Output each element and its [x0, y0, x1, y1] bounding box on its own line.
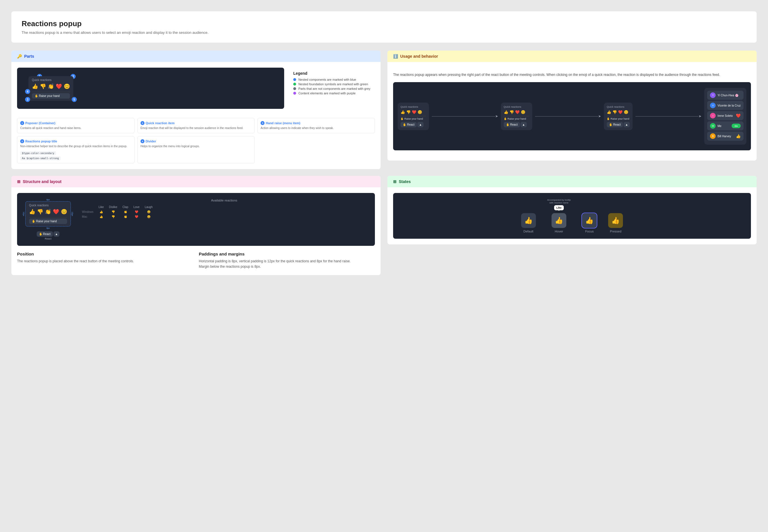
part-4-badge: 4 — [140, 139, 144, 143]
state-label-default: Default — [523, 230, 533, 233]
part-1: 1 Popover (Container) Contains all quick… — [17, 118, 134, 133]
emoji-5: 😊 — [64, 83, 70, 90]
position-title: Position — [17, 252, 193, 256]
info-grid: Position The reactions popup is placed a… — [17, 252, 375, 269]
usage-header: ℹ️ Usage and behavior — [387, 51, 757, 62]
reaction-bill: 👍 — [736, 134, 741, 138]
flow-card-3-emojis: 👍👎❤️😊 — [607, 110, 630, 114]
flow-divider-2 — [504, 116, 529, 116]
flow-arrow-1: ➤ — [432, 114, 498, 118]
structure-react-btn[interactable]: ✋ React — [37, 231, 53, 237]
structure-emoji-row: 👍 👎 👏 ❤️ 😊 — [29, 209, 67, 215]
legend-item-1: Nested components are marked with blue — [293, 78, 370, 81]
row-windows: Windows 👍 👎 👏 ❤️ 😄 — [80, 210, 155, 214]
emoji-mac-dislike: 👎 — [107, 215, 119, 219]
structure-popup-wrapper: 8px 12px Quick reactions 👍 👎 👏 ❤️ — [23, 199, 73, 240]
usage-dark-preview: Quick reactions 👍👎❤️😊 ✋ Raise your hand … — [393, 82, 751, 150]
react-btn-3[interactable]: ✋ React — [607, 122, 623, 127]
legend-text-3: Parts that are not components are marked… — [298, 87, 370, 90]
name-vicente: Vicente de la Cruz — [717, 104, 741, 107]
emoji-1: 👍 — [32, 83, 38, 90]
part-5-badge: 5 — [261, 121, 265, 125]
legend-title: Legend — [293, 71, 370, 76]
dim-left: 12px — [23, 212, 25, 216]
state-btn-default[interactable]: 👍 — [521, 213, 536, 228]
states-icon: ⊞ — [393, 179, 397, 184]
flow-btn-1: ✋ React ▲ — [400, 122, 426, 127]
structure-section: ⊞ Structure and layout 8px 12px Quick re… — [11, 176, 381, 275]
emoji-4: ❤️ — [56, 83, 62, 90]
name-me: Me — [717, 124, 721, 128]
avail-title: Available reactions — [79, 199, 369, 202]
available-reactions: Available reactions Like Dislike Clap Lo… — [79, 199, 369, 219]
name-yi: Yi Chun-Hwa 🌸 — [717, 94, 738, 97]
flow-card-3: Quick reactions 👍👎❤️😊 ✋ Raise your hand … — [604, 103, 633, 130]
tooltip-wrapper: Accompanied by tooltipwith reaction name… — [547, 199, 571, 211]
react-arrow-1[interactable]: ▲ — [417, 122, 424, 127]
emoji-mac-like: 👍 — [96, 215, 106, 219]
part-4-desc: Helps to organize the menu into logical … — [140, 144, 252, 148]
react-btn-2[interactable]: ✋ React — [504, 122, 520, 127]
flow-arrow-3: ➤ — [636, 114, 702, 118]
structure-label: Structure and layout — [23, 179, 61, 184]
legend-dot-gray — [293, 87, 296, 90]
react-icon-1: ✋ — [403, 123, 406, 126]
avatar-bill: B — [710, 133, 716, 139]
states-header: ⊞ States — [387, 176, 757, 187]
flow-raise-3: ✋ Raise your hand — [607, 117, 630, 120]
col-love: Love — [131, 205, 142, 209]
state-btn-pressed[interactable]: 👍 — [608, 213, 623, 228]
position-info: Position The reactions popup is placed a… — [17, 252, 193, 269]
flow-btn-2: ✋ React ▲ — [504, 122, 529, 127]
part-2: 2 Reactions popup title Non-interactive … — [17, 136, 134, 163]
legend-box: Legend Nested components are marked with… — [289, 68, 375, 113]
parts-section-header: 🔑 Parts — [11, 51, 381, 62]
flow-btn-3: ✋ React ▲ — [607, 122, 630, 127]
structure-react-label: React — [23, 237, 73, 240]
flow-card-1-title: Quick reactions — [400, 105, 426, 108]
structure-header: ⊞ Structure and layout — [11, 176, 381, 187]
token-1: $type-color-secondary — [20, 151, 56, 155]
participant-yi: Y Yi Chun-Hwa 🌸 — [707, 91, 744, 100]
legend-text-2: Nested foundation symbols are marked wit… — [298, 82, 368, 86]
dim-top: 8px — [23, 199, 73, 201]
emoji-win-clap: 👏 — [120, 210, 130, 214]
state-btn-hover[interactable]: 👍 — [551, 213, 566, 228]
divider-line — [32, 92, 70, 92]
parts-label: Parts — [24, 54, 34, 59]
state-btn-focus[interactable]: 👍 — [582, 213, 597, 228]
states-label: States — [399, 179, 411, 184]
reaction-irene: ❤️ — [736, 113, 741, 118]
participant-bill: B Bill Harvey 👍 — [707, 132, 744, 141]
react-icon-2: ✋ — [506, 123, 509, 126]
react-arrow-2[interactable]: ▲ — [520, 122, 527, 127]
page-subtitle: The reactions popup is a menu that allow… — [22, 30, 746, 35]
react-btn-1[interactable]: ✋ React — [400, 122, 417, 127]
emoji-win-dislike: 👎 — [107, 210, 119, 214]
flow-divider-1 — [400, 116, 426, 116]
structure-raise-btn: ✋ Raise your hand — [29, 219, 67, 224]
reactions-table: Like Dislike Clap Love Laugh Windows — [79, 204, 155, 219]
tooltip-text: Like — [556, 206, 561, 209]
emoji-3: 👏 — [48, 83, 54, 90]
col-clap: Clap — [120, 205, 130, 209]
structure-popup: Quick reactions 👍 👎 👏 ❤️ 😊 ✋ Raise your — [25, 201, 71, 226]
part-5-label: 5 Hand raise (menu item) — [261, 121, 372, 125]
part-3-badge: 3 — [140, 121, 144, 125]
part-1-label: 1 Popover (Container) — [20, 121, 131, 125]
flow-card-3-title: Quick reactions — [607, 105, 630, 108]
usage-description: The reactions popup appears when pressin… — [393, 68, 751, 82]
structure-dark-preview: 8px 12px Quick reactions 👍 👎 👏 ❤️ — [17, 193, 375, 246]
dim-right: 12px — [71, 212, 73, 216]
name-bill: Bill Harvey — [717, 135, 731, 138]
part-2-label: 2 Reactions popup title — [20, 139, 131, 143]
structure-react-arrow[interactable]: ▲ — [53, 231, 60, 237]
legend-item-4: Content elements are marked with purple — [293, 92, 370, 95]
react-arrow-3[interactable]: ▲ — [624, 122, 630, 127]
parts-grid: 1 Popover (Container) Contains all quick… — [17, 118, 375, 163]
flow-card-1-emojis: 👍👎❤️😊 — [400, 110, 426, 114]
legend-text-4: Content elements are marked with purple — [298, 92, 356, 95]
part-1-badge: 1 — [20, 121, 24, 125]
popup-emoji-row: 👍 👎 👏 ❤️ 😊 — [32, 83, 70, 90]
popup-mock: Quick reactions 👍 👎 👏 ❤️ 😊 ✋ Raise your … — [28, 76, 73, 101]
